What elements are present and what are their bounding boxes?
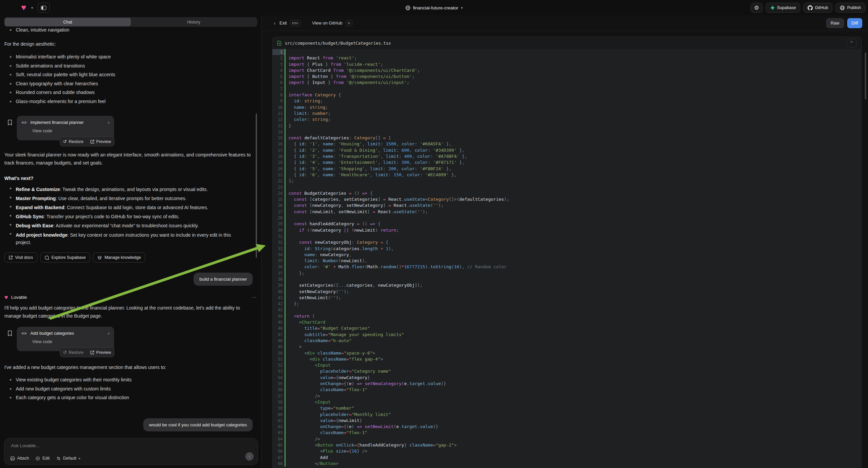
- line-number: 8⌄: [273, 92, 284, 98]
- code-line: 52 <Input: [273, 362, 861, 368]
- line-number: 55: [273, 381, 284, 387]
- code-line: 65 <Button onClick={handleAddCategory} c…: [273, 442, 861, 448]
- code-text: onChange={(e) => setNewCategory(e.target…: [285, 381, 446, 387]
- line-number: 49: [273, 344, 284, 350]
- line-number: 52: [273, 362, 284, 368]
- edit-button[interactable]: Edit: [36, 456, 50, 461]
- code-text: const [newLimit, setNewLimit] = React.us…: [285, 209, 428, 215]
- line-number: 15⌄: [273, 135, 284, 141]
- bookmark-icon[interactable]: [7, 330, 12, 337]
- tab-chat[interactable]: Chat: [5, 18, 131, 26]
- code-line: 34 name: newCategory,: [273, 252, 861, 258]
- code-line: 10 name: string;: [273, 105, 861, 111]
- code-line: 36 color: '#' + Math.floor(Math.random()…: [273, 264, 861, 270]
- fold-chevron-icon[interactable]: ⌄: [285, 135, 286, 141]
- logo-chevron-down-icon[interactable]: ▾: [31, 6, 33, 10]
- list-item: Subtle animations and transitions: [0, 63, 261, 68]
- code-text: import { Button } from '@/components/ui/…: [285, 74, 415, 80]
- collapse-file-button[interactable]: ⌃: [846, 39, 857, 47]
- fold-chevron-icon[interactable]: ⌄: [285, 191, 286, 197]
- assistant-name: Lovable: [11, 295, 27, 300]
- external-link-icon: [90, 140, 94, 144]
- fold-chevron-icon[interactable]: ⌄: [285, 92, 286, 98]
- view-code-link[interactable]: View code: [32, 339, 110, 344]
- line-number: 3: [273, 61, 284, 67]
- sidebar-toggle-button[interactable]: [38, 3, 50, 13]
- diff-toggle-button[interactable]: Diff: [847, 18, 862, 28]
- code-line: 17 { id: '2', name: 'Food & Dining', lim…: [273, 147, 861, 153]
- code-text: <Plus size={16} />: [285, 448, 367, 454]
- view-code-link[interactable]: View code: [32, 128, 110, 133]
- publish-button[interactable]: Publish: [835, 3, 865, 13]
- code-text: <div className="space-y-6">: [285, 350, 375, 356]
- code-line: 66 <Plus size={16} />: [273, 448, 861, 454]
- user-message-bubble: would be cool if you could add budget ca…: [143, 418, 253, 431]
- line-number: 59: [273, 405, 284, 411]
- fold-chevron-icon[interactable]: ⌄: [285, 240, 286, 246]
- file-path-bar[interactable]: src/components/budget/BudgetCategories.t…: [273, 37, 861, 49]
- preview-button[interactable]: Preview: [87, 139, 115, 144]
- exit-button[interactable]: Exit: [279, 21, 287, 26]
- settings-button[interactable]: ⚙: [750, 3, 763, 13]
- line-number: 14: [273, 129, 284, 135]
- image-icon: [10, 456, 15, 461]
- code-text: };: [285, 270, 304, 276]
- user-message-bubble: build a financial planner: [194, 273, 253, 286]
- chat-bubble-icon: [44, 256, 49, 260]
- code-text: const BudgetCategories = () => {: [285, 191, 372, 196]
- line-number: 47: [273, 332, 284, 338]
- code-text: [285, 276, 288, 282]
- code-text: </Button>: [285, 461, 339, 467]
- send-button[interactable]: ↑: [245, 452, 254, 461]
- code-text: type="number": [285, 405, 354, 411]
- chat-scrollbar[interactable]: [256, 114, 257, 258]
- line-number: 12: [273, 117, 284, 122]
- line-number: 67: [273, 455, 284, 461]
- mode-selector[interactable]: Default ▾: [56, 456, 81, 461]
- line-number: 17: [273, 147, 284, 153]
- restore-button[interactable]: ↺ Restore: [60, 350, 87, 355]
- code-text: import ChartCard from '@/components/ui/C…: [285, 67, 420, 74]
- manage-knowledge-button[interactable]: Manage knowledge: [93, 253, 145, 263]
- code-text: if (!newCategory || !newLimit) return;: [285, 227, 399, 233]
- code-line: 32⌄ const newCategoryObj: Category = {: [273, 239, 861, 245]
- code-line: 61 value={newLimit}: [273, 418, 861, 424]
- line-number: 66: [273, 448, 284, 454]
- attach-button[interactable]: Attach: [10, 456, 29, 461]
- lovable-heart-icon: ♥: [4, 294, 8, 300]
- code-line: 40 setNewCategory('');: [273, 289, 861, 295]
- view-on-github-link[interactable]: View on GitHub: [312, 21, 342, 26]
- code-text: color: '#' + Math.floor(Math.random()*16…: [285, 264, 507, 270]
- bookmark-icon[interactable]: [7, 119, 12, 125]
- code-text: placeholder="Monthly limit": [285, 412, 391, 418]
- preview-button[interactable]: Preview: [87, 350, 115, 355]
- line-number: 10: [273, 105, 284, 111]
- supabase-button[interactable]: Supabase: [766, 3, 800, 13]
- code-line: 5import { Button } from '@/components/ui…: [273, 74, 861, 80]
- tab-history[interactable]: History: [131, 18, 257, 26]
- code-text: { id: '5', name: 'Shopping', limit: 200,…: [285, 166, 451, 172]
- code-line: 59 type="number": [273, 405, 861, 411]
- github-button[interactable]: GitHub: [803, 3, 832, 13]
- list-item: Debug with Ease: Activate our experiment…: [0, 222, 261, 229]
- list-item: GitHub Sync: Transfer your project's cod…: [0, 213, 261, 220]
- raw-toggle-button[interactable]: Raw: [826, 18, 844, 28]
- code-scrollbar[interactable]: [865, 52, 866, 99]
- message-options-icon[interactable]: ⋯: [252, 295, 257, 300]
- list-item: Soft, neutral color palette with light b…: [0, 72, 261, 77]
- explore-supabase-button[interactable]: Explore Supabase: [40, 253, 90, 263]
- visit-docs-button[interactable]: Visit docs: [4, 253, 37, 263]
- chat-input[interactable]: [11, 443, 212, 448]
- chevron-left-icon: ‹: [274, 20, 276, 26]
- fold-chevron-icon[interactable]: ⌄: [285, 221, 286, 227]
- design-goals-tail-list: Clean, intuitive navigation: [0, 28, 261, 37]
- code-text: setNewCategory('');: [285, 289, 349, 295]
- project-switcher[interactable]: financial-future-creator ▾: [405, 0, 463, 16]
- code-text: onChange={(e) => setNewLimit(e.target.va…: [285, 424, 438, 430]
- line-number: 4: [273, 67, 284, 74]
- lovable-logo-icon[interactable]: ♥: [21, 3, 26, 12]
- code-text: [285, 184, 288, 191]
- code-line: 67 Add: [273, 455, 861, 461]
- code-text: const defaultCategories: Category[] = [: [285, 135, 391, 141]
- restore-button[interactable]: ↺ Restore: [60, 139, 87, 144]
